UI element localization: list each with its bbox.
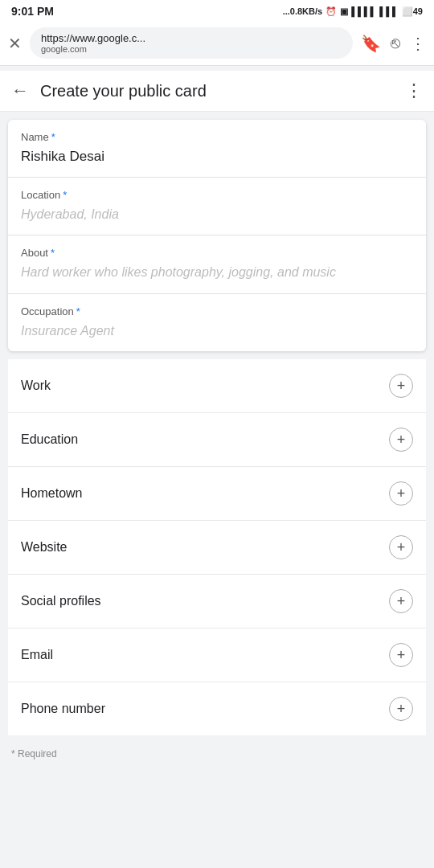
url-text: https://www.google.c... — [41, 32, 342, 44]
share-icon[interactable]: ⎋ — [391, 34, 400, 52]
occupation-placeholder: Insurance Agent — [21, 322, 413, 340]
expand-plus-icon: + — [389, 481, 413, 506]
about-field[interactable]: About * Hard worker who likes photograph… — [8, 235, 426, 293]
expand-item-phone-number[interactable]: Phone number + — [8, 682, 426, 735]
wifi-icon: ▌▌▌ — [379, 6, 398, 16]
expand-label: Hometown — [21, 486, 82, 501]
location-placeholder: Hyderabad, India — [21, 206, 413, 223]
expand-item-hometown[interactable]: Hometown + — [8, 467, 426, 521]
expand-label: Work — [21, 379, 51, 393]
expand-plus-icon: + — [389, 643, 413, 667]
occupation-field[interactable]: Occupation * Insurance Agent — [8, 294, 426, 351]
required-note: * Required — [0, 740, 434, 768]
url-domain: google.com — [41, 44, 342, 54]
battery-icon: ⬜49 — [402, 6, 423, 17]
expand-item-social-profiles[interactable]: Social profiles + — [8, 575, 426, 628]
expand-plus-icon: + — [389, 374, 413, 398]
status-bar: 9:01 PM ...0.8KB/s ⏰ ▣ ▌▌▌▌ ▌▌▌ ⬜49 — [0, 0, 434, 23]
page-header: ← Create your public card ⋮ — [0, 71, 434, 112]
status-time: 9:01 PM — [11, 5, 54, 18]
expand-item-education[interactable]: Education + — [8, 413, 426, 467]
name-label: Name * — [21, 131, 413, 143]
name-value: Rishika Desai — [21, 148, 413, 166]
expand-plus-icon: + — [389, 697, 413, 721]
browser-bar: ✕ https://www.google.c... google.com 🔖 ⎋… — [0, 23, 434, 66]
expand-label: Social profiles — [21, 594, 101, 608]
about-placeholder: Hard worker who likes photography, joggi… — [21, 264, 413, 281]
location-label: Location * — [21, 189, 413, 201]
location-field[interactable]: Location * Hyderabad, India — [8, 178, 426, 235]
expand-plus-icon: + — [389, 589, 413, 613]
expand-label: Education — [21, 432, 78, 447]
signal-icon: ▌▌▌▌ — [351, 6, 376, 16]
back-button[interactable]: ← — [11, 80, 29, 101]
page-title: Create your public card — [40, 82, 405, 100]
location-required-star: * — [63, 189, 67, 201]
expand-sections: Work + Education + Hometown + Website + … — [8, 359, 426, 735]
occupation-label: Occupation * — [21, 305, 413, 317]
expand-plus-icon: + — [389, 535, 413, 559]
expand-item-website[interactable]: Website + — [8, 521, 426, 575]
card-form: Name * Rishika Desai Location * Hyderaba… — [8, 120, 426, 351]
about-label: About * — [21, 247, 413, 259]
expand-label: Email — [21, 648, 53, 662]
header-more-button[interactable]: ⋮ — [405, 80, 423, 101]
bookmark-icon[interactable]: 🔖 — [361, 34, 381, 53]
expand-item-work[interactable]: Work + — [8, 359, 426, 413]
browser-action-icons: 🔖 ⎋ ⋮ — [361, 34, 426, 53]
status-indicators: ...0.8KB/s ⏰ ▣ ▌▌▌▌ ▌▌▌ ⬜49 — [283, 6, 423, 17]
name-required-star: * — [51, 131, 55, 143]
expand-label: Website — [21, 540, 68, 555]
sim-icon: ▣ — [340, 6, 348, 17]
expand-label: Phone number — [21, 702, 105, 716]
close-tab-button[interactable]: ✕ — [8, 34, 22, 53]
expand-item-email[interactable]: Email + — [8, 628, 426, 682]
clock-icon: ⏰ — [326, 6, 337, 17]
more-options-icon[interactable]: ⋮ — [410, 34, 426, 53]
occupation-required-star: * — [76, 305, 80, 317]
name-field[interactable]: Name * Rishika Desai — [8, 120, 426, 178]
network-speed: ...0.8KB/s — [283, 6, 323, 16]
url-box[interactable]: https://www.google.c... google.com — [30, 27, 353, 59]
expand-plus-icon: + — [389, 428, 413, 452]
about-required-star: * — [51, 247, 55, 259]
